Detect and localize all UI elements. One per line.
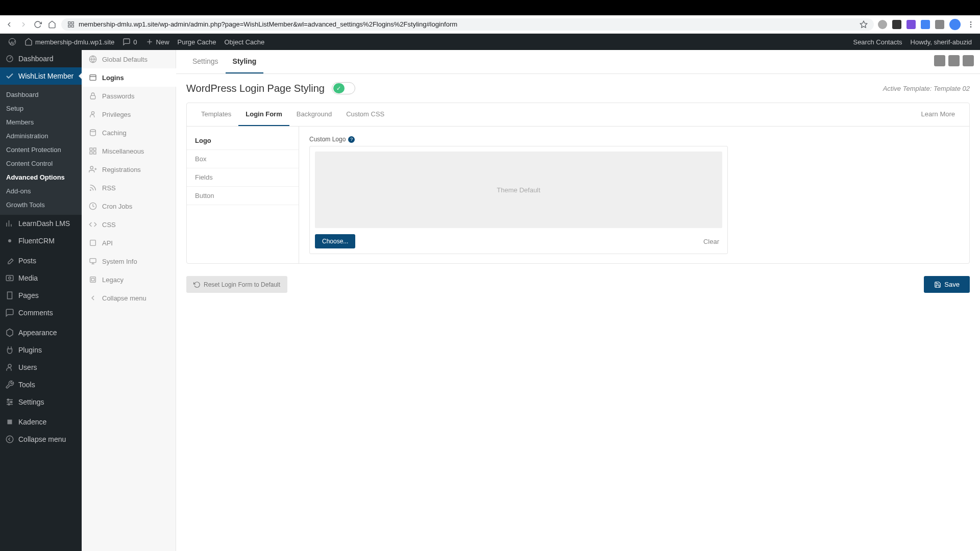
submenu-setup[interactable]: Setup: [0, 102, 82, 115]
sec-cron[interactable]: Cron Jobs: [82, 197, 176, 215]
menu-media[interactable]: Media: [0, 269, 82, 287]
sec-rss[interactable]: RSS: [82, 179, 176, 197]
sidetab-box[interactable]: Box: [187, 150, 299, 168]
action-icon[interactable]: [934, 55, 945, 66]
page-title: WordPress Login Page Styling: [186, 83, 325, 94]
submenu-protection[interactable]: Content Protection: [0, 143, 82, 157]
svg-rect-38: [90, 152, 92, 154]
forward-icon[interactable]: [18, 19, 29, 30]
purge-cache[interactable]: Purge Cache: [174, 34, 220, 50]
menu-collapse[interactable]: Collapse menu: [0, 431, 82, 448]
ext-icon[interactable]: [892, 20, 901, 29]
sec-css[interactable]: CSS: [82, 215, 176, 234]
sidetab-fields[interactable]: Fields: [187, 168, 299, 187]
sec-global[interactable]: Global Defaults: [82, 50, 176, 68]
theme-default-text: Theme Default: [497, 186, 540, 194]
save-button[interactable]: Save: [924, 276, 970, 293]
menu-wishlist[interactable]: WishList Member: [0, 67, 82, 85]
tab-background[interactable]: Background: [289, 103, 339, 126]
submenu-control[interactable]: Content Control: [0, 157, 82, 170]
search-contacts[interactable]: Search Contacts: [849, 34, 906, 50]
sec-collapse[interactable]: Collapse menu: [82, 289, 176, 307]
browser-toolbar: membership-dmlu.wp1.site/wp-admin/admin.…: [0, 15, 980, 34]
svg-point-25: [8, 404, 10, 405]
address-bar[interactable]: membership-dmlu.wp1.site/wp-admin/admin.…: [61, 18, 874, 31]
menu-comments[interactable]: Comments: [0, 304, 82, 321]
sec-legacy[interactable]: Legacy: [82, 270, 176, 289]
svg-rect-0: [68, 21, 70, 23]
site-link[interactable]: membership-dmlu.wp1.site: [20, 34, 118, 50]
ext-icon[interactable]: [921, 20, 930, 29]
sec-misc[interactable]: Miscellaneous: [82, 142, 176, 160]
form-body: Custom Logo ? Theme Default Choose... Cl…: [299, 127, 969, 263]
ext-icon[interactable]: [935, 20, 944, 29]
sec-api[interactable]: API: [82, 234, 176, 252]
action-icon[interactable]: [963, 55, 974, 66]
sec-sysinfo[interactable]: System Info: [82, 252, 176, 270]
action-icon[interactable]: [948, 55, 960, 66]
menu-tools[interactable]: Tools: [0, 376, 82, 393]
reset-button[interactable]: Reset Login Form to Default: [186, 276, 287, 293]
ext-icon[interactable]: [878, 20, 887, 29]
menu-fluentcrm[interactable]: FluentCRM: [0, 232, 82, 249]
help-icon[interactable]: ?: [348, 136, 355, 143]
submenu-advanced[interactable]: Advanced Options: [0, 170, 82, 184]
menu-plugins[interactable]: Plugins: [0, 341, 82, 359]
styling-toggle[interactable]: ✓: [332, 82, 355, 94]
sec-passwords[interactable]: Passwords: [82, 87, 176, 105]
sec-privileges[interactable]: Privileges: [82, 105, 176, 123]
browser-tabstrip: [0, 0, 980, 15]
reload-icon[interactable]: [33, 19, 43, 30]
new-link[interactable]: New: [141, 34, 174, 50]
tab-styling[interactable]: Styling: [226, 50, 264, 73]
svg-rect-32: [90, 95, 95, 99]
kebab-icon[interactable]: [966, 19, 976, 30]
submenu-members[interactable]: Members: [0, 115, 82, 129]
top-tabs: Settings Styling: [176, 50, 980, 74]
sec-logins[interactable]: Logins: [82, 68, 176, 87]
tab-settings[interactable]: Settings: [185, 50, 226, 73]
sec-registrations[interactable]: Registrations: [82, 160, 176, 179]
menu-dashboard[interactable]: Dashboard: [0, 50, 82, 67]
svg-rect-30: [90, 75, 96, 81]
menu-appearance[interactable]: Appearance: [0, 324, 82, 341]
wp-logo[interactable]: [4, 34, 20, 50]
menu-kadence[interactable]: Kadence: [0, 413, 82, 431]
comments-link[interactable]: 0: [118, 34, 141, 50]
menu-posts[interactable]: Posts: [0, 252, 82, 269]
tab-loginform[interactable]: Login Form: [238, 103, 289, 126]
sidetab-logo[interactable]: Logo: [187, 132, 299, 150]
main-content: Settings Styling WordPress Login Page St…: [176, 50, 980, 551]
svg-rect-1: [71, 21, 74, 23]
sidetab-button[interactable]: Button: [187, 187, 299, 205]
menu-users[interactable]: Users: [0, 359, 82, 376]
page-header: WordPress Login Page Styling ✓ Active Te…: [176, 74, 980, 103]
menu-pages[interactable]: Pages: [0, 287, 82, 304]
bookmark-star-icon[interactable]: [860, 20, 868, 29]
clear-link[interactable]: Clear: [703, 238, 722, 245]
object-cache[interactable]: Object Cache: [220, 34, 268, 50]
svg-point-7: [970, 26, 972, 28]
ext-icon[interactable]: [906, 20, 916, 29]
menu-settings[interactable]: Settings: [0, 393, 82, 411]
svg-point-24: [11, 402, 12, 403]
home-icon[interactable]: [47, 19, 57, 30]
submenu-admin[interactable]: Administration: [0, 129, 82, 143]
tab-templates[interactable]: Templates: [194, 103, 238, 126]
choose-button[interactable]: Choose...: [315, 234, 355, 248]
howdy-user[interactable]: Howdy, sherif-abuzid: [906, 34, 976, 50]
svg-rect-37: [93, 152, 96, 154]
submenu-growth[interactable]: Growth Tools: [0, 198, 82, 212]
submenu-dashboard[interactable]: Dashboard: [0, 88, 82, 102]
tab-customcss[interactable]: Custom CSS: [339, 103, 391, 126]
logo-dropzone[interactable]: Theme Default: [315, 152, 722, 228]
svg-rect-3: [68, 25, 70, 27]
sec-caching[interactable]: Caching: [82, 123, 176, 142]
svg-point-5: [970, 21, 972, 23]
menu-learndash[interactable]: LearnDash LMS: [0, 215, 82, 232]
svg-rect-2: [71, 25, 74, 27]
profile-avatar[interactable]: [949, 19, 961, 30]
back-icon[interactable]: [4, 19, 14, 30]
learn-more-link[interactable]: Learn More: [914, 103, 962, 126]
submenu-addons[interactable]: Add-ons: [0, 184, 82, 198]
